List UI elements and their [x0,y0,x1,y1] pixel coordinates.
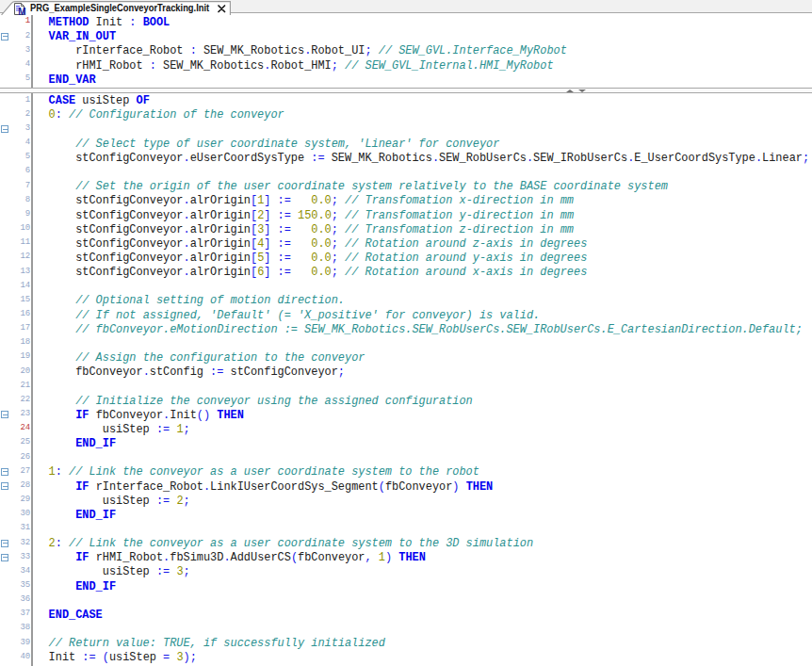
svg-text:M: M [18,6,25,14]
